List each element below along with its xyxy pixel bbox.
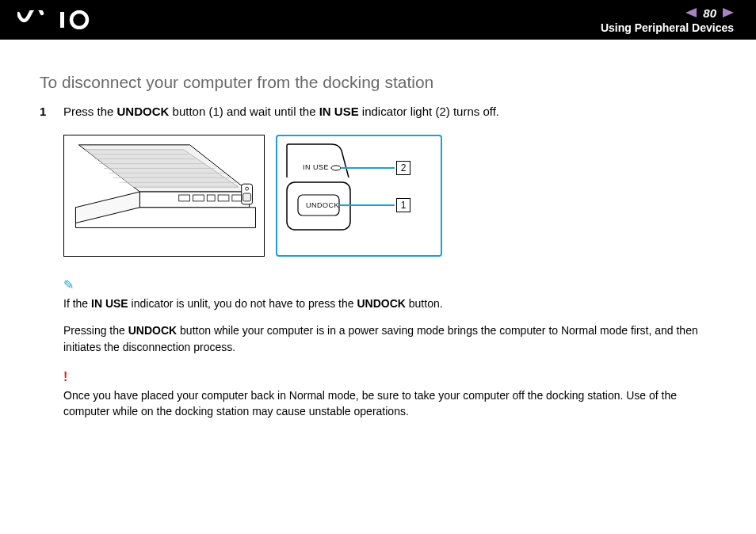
svg-marker-3 [723, 8, 734, 17]
next-page-arrow-icon[interactable] [723, 7, 734, 18]
svg-point-1 [71, 12, 87, 28]
figure-detail: IN USE UNDOCK 2 1 [276, 135, 442, 257]
text: If the [63, 297, 91, 310]
svg-rect-15 [193, 195, 204, 201]
svg-rect-18 [232, 195, 242, 201]
text-bold: UNDOCK [128, 324, 177, 337]
figure-laptop [63, 135, 265, 257]
svg-rect-23 [243, 193, 251, 201]
svg-rect-0 [60, 12, 64, 28]
svg-point-25 [331, 166, 341, 170]
note-warning: ! Once you have placed your computer bac… [63, 368, 716, 420]
text-bold: IN USE [91, 297, 128, 310]
page-number: 80 [703, 6, 716, 20]
label-undock: UNDOCK [306, 201, 339, 209]
step-text: Press the UNDOCK button (1) and wait unt… [63, 103, 716, 120]
svg-rect-14 [179, 195, 190, 201]
svg-marker-2 [685, 8, 697, 17]
vaio-logo [17, 9, 105, 31]
text: indicator is unlit, you do not have to p… [128, 297, 357, 310]
breadcrumb: Using Peripheral Devices [601, 21, 734, 34]
pencil-icon: ✎ [63, 276, 74, 294]
text: Pressing the [63, 324, 128, 337]
step-number: 1 [40, 105, 51, 118]
page-header: 80 Using Peripheral Devices [0, 0, 756, 40]
text-bold: IN USE [319, 105, 359, 118]
callout-2: 2 [396, 161, 410, 175]
text: button. [406, 297, 443, 310]
svg-rect-17 [218, 195, 229, 201]
figure-row: IN USE UNDOCK 2 1 [63, 135, 716, 257]
section-title: To disconnect your computer from the doc… [40, 73, 716, 92]
text: button (1) and wait until the [169, 105, 319, 118]
text: indicator light (2) turns off. [359, 105, 499, 118]
note-tip: ✎ If the IN USE indicator is unlit, you … [63, 276, 716, 355]
text: Once you have placed your computer back … [63, 389, 677, 418]
text: Press the [63, 105, 117, 118]
page-nav: 80 [685, 6, 734, 20]
svg-rect-16 [207, 195, 215, 201]
step-1: 1 Press the UNDOCK button (1) and wait u… [40, 103, 716, 120]
page-content: To disconnect your computer from the doc… [0, 40, 756, 448]
text-bold: UNDOCK [117, 105, 170, 118]
label-in-use: IN USE [303, 163, 329, 171]
callout-1: 1 [396, 198, 410, 212]
prev-page-arrow-icon[interactable] [685, 7, 697, 18]
text-bold: UNDOCK [357, 297, 405, 310]
warning-icon: ! [63, 368, 67, 386]
